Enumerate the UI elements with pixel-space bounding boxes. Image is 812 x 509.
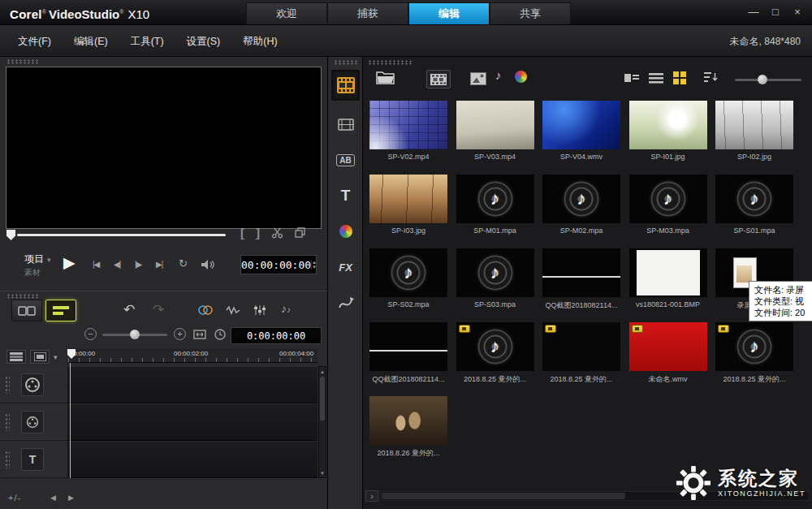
library-item[interactable]: ♪SP-S02.mpa [365,248,451,320]
overlay-track-lane[interactable] [68,403,317,441]
maximize-button[interactable]: □ [767,5,784,19]
menu-tools[interactable]: 工具(T) [131,35,164,49]
playhead-marker[interactable] [67,349,76,359]
library-item[interactable]: 2018.8.25 意外的... [538,322,624,394]
menu-file[interactable]: 文件(F) [18,35,51,49]
panel-drag-handle[interactable] [6,294,39,299]
track-manager-button[interactable] [30,350,50,364]
project-duration-button[interactable] [214,329,226,340]
media-library-button[interactable] [331,70,360,101]
go-end-button[interactable]: ▶| [156,260,162,269]
volume-button[interactable] [200,259,214,270]
scrubber-handle[interactable] [6,230,15,240]
minimize-button[interactable]: — [745,5,762,19]
library-item[interactable]: 未命名.wmv [625,322,711,394]
storyboard-view-button[interactable] [11,300,42,321]
project-mode-label[interactable]: 项目 [24,253,44,265]
instant-project-button[interactable] [331,109,360,140]
show-all-tracks-button[interactable] [6,350,26,364]
mark-in-button[interactable]: [ [240,226,244,239]
video-track-header[interactable] [0,366,67,403]
track-drag-handle[interactable] [5,413,10,431]
play-button[interactable]: ▶ [63,253,76,272]
auto-music-button[interactable]: ♪♪ [281,302,291,315]
scroll-left-button[interactable]: ◀ [50,494,56,502]
library-item[interactable]: SP-V04.wmv [538,101,624,172]
library-item[interactable]: QQ截图2018082114... [365,322,451,394]
add-remove-track-button[interactable]: +/- [8,493,21,503]
graphic-button[interactable] [331,216,360,247]
split-clip-button[interactable] [271,226,283,239]
color-grading-button[interactable] [198,304,213,316]
track-drag-handle[interactable] [5,451,10,468]
timeline-ruler[interactable]: 00:00:0000:00:02:0000:00:04:00 [68,348,317,363]
menu-settings[interactable]: 设置(S) [187,35,221,49]
panel-drag-handle[interactable] [334,60,357,65]
scrubber-track[interactable] [17,234,226,236]
enlarge-preview-button[interactable] [295,227,305,238]
overlay-track-button[interactable] [21,411,44,434]
track-drag-handle[interactable] [5,376,10,394]
timeline-zoom-slider-handle[interactable] [130,330,140,339]
scroll-down-button[interactable]: ▼ [319,468,326,477]
zoom-out-button[interactable]: − [84,328,97,340]
library-item[interactable]: ♪SP-S01.mpa [711,175,797,246]
library-item[interactable]: SP-I03.jpg [365,175,451,246]
next-frame-button[interactable]: |▶ [135,260,141,269]
tab-edit[interactable]: 编辑 [408,2,490,24]
library-item[interactable]: SP-I01.jpg [625,101,711,172]
close-button[interactable]: × [789,5,806,19]
mark-out-button[interactable]: ] [256,226,260,239]
title-track-lane[interactable] [68,441,317,478]
library-item[interactable]: vs180821-001.BMP [625,248,711,320]
library-item[interactable]: 2018.8.26 意外的... [365,396,451,468]
undo-button[interactable]: ↶ [123,301,135,318]
video-track-button[interactable] [21,373,44,396]
menu-help[interactable]: 帮助(H) [243,35,277,49]
video-track-lane[interactable] [68,366,317,403]
library-item[interactable]: ♪2018.8.25 意外的... [452,322,538,394]
title-track-button[interactable]: T [21,448,44,471]
library-item[interactable]: QQ截图2018082114... [538,248,624,320]
scroll-up-button[interactable]: ▲ [319,367,326,376]
library-item[interactable]: ♪SP-M02.mpa [538,175,624,246]
library-scroll-button[interactable]: › [365,490,378,502]
sound-mixer-button[interactable] [253,304,266,316]
panel-drag-handle[interactable] [6,59,39,64]
vinyl-record-icon: ♪ [476,253,515,292]
clip-mode-label[interactable]: 素材 [24,267,51,278]
overlay-track-header[interactable] [0,403,67,441]
spin-down-button[interactable]: ▼ [312,265,317,270]
tab-capture[interactable]: 捕获 [327,2,408,24]
scrollbar-thumb[interactable] [382,493,625,499]
go-start-button[interactable]: |◀ [93,260,99,269]
fit-project-button[interactable] [193,330,206,339]
scroll-right-button[interactable]: ▶ [68,494,74,502]
library-item[interactable]: ♪SP-M03.mpa [625,175,711,246]
prev-frame-button[interactable]: ◀| [114,260,120,269]
library-item[interactable]: SP-I02.jpg [711,101,797,172]
audio-wave-button[interactable] [226,304,240,316]
title-track-header[interactable]: T [0,441,67,478]
title-button[interactable]: T [331,180,360,211]
transition-button[interactable]: AB [331,145,360,175]
zoom-in-button[interactable]: + [174,328,186,340]
library-item[interactable]: SP-V02.mp4 [365,101,451,172]
timeline-view-button[interactable] [45,300,76,321]
redo-button[interactable]: ↷ [153,301,164,318]
filter-button[interactable]: FX [331,252,360,283]
scrollbar-thumb[interactable] [320,377,325,421]
caret-down-icon[interactable]: ▾ [54,353,58,361]
menu-edit[interactable]: 编辑(E) [74,35,108,49]
library-item[interactable]: SP-V03.mp4 [452,101,538,172]
library-item[interactable]: ♪2018.8.25 意外的... [711,322,797,394]
library-item[interactable]: ♪SP-S03.mpa [452,248,538,320]
library-item-label: SP-V03.mp4 [452,153,538,161]
music-note-icon: ♪ [649,179,688,218]
repeat-button[interactable]: ↻ [179,257,188,270]
tab-welcome[interactable]: 欢迎 [246,2,327,24]
library-item[interactable]: ♪SP-M01.mpa [452,175,538,246]
timeline-vertical-scrollbar[interactable]: ▲ ▼ [318,366,326,478]
tab-share[interactable]: 共享 [490,2,571,24]
motion-path-button[interactable] [331,287,360,318]
